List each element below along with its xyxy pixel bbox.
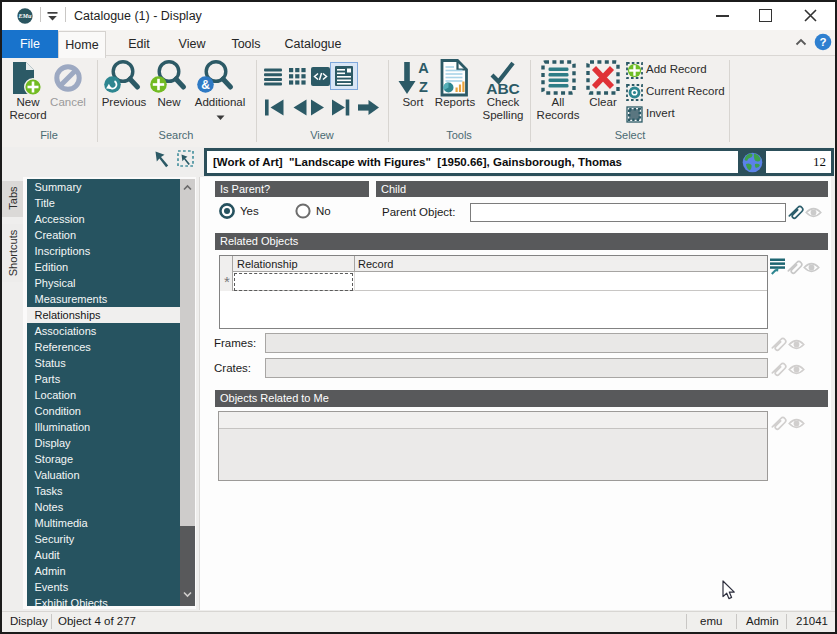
svg-text:&: & — [201, 78, 210, 92]
svg-text:EMu: EMu — [17, 12, 32, 19]
svg-text:?: ? — [819, 36, 826, 48]
svg-text:ABC: ABC — [486, 80, 520, 97]
svg-text:Z: Z — [419, 79, 428, 95]
svg-text:A: A — [418, 60, 429, 76]
